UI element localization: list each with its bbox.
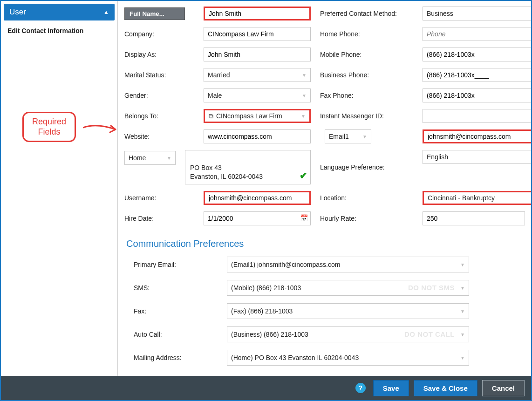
location-select[interactable]: Cincinnati - Bankruptcy▼ (423, 191, 531, 205)
preferred-contact-label: Preferred Contact Method: (320, 10, 413, 17)
callout-line1: Required (32, 117, 66, 126)
gender-value: Male (208, 92, 222, 99)
chevron-down-icon: ▼ (460, 285, 465, 291)
company-label: Company: (124, 30, 194, 38)
callout-line2: Fields (38, 127, 61, 136)
save-button[interactable]: Save (373, 380, 409, 396)
marital-label: Marital Status: (124, 71, 194, 79)
marital-select[interactable]: Married▼ (204, 68, 311, 82)
location-value: Cincinnati - Bankruptcy (428, 194, 495, 202)
address-type-select[interactable]: Home▼ (124, 151, 176, 165)
fax-select[interactable]: (Fax) (866) 218-1003▼ (227, 303, 469, 319)
gender-select[interactable]: Male▼ (204, 88, 311, 102)
primary-email-value: (Email1) johnsmith@cincompass.com (231, 261, 340, 268)
chevron-down-icon: ▼ (460, 262, 465, 267)
communication-preferences-title: Communication Preferences (126, 238, 525, 249)
sms-select[interactable]: (Mobile) (866) 218-1003DO NOT SMS▼ (227, 280, 469, 296)
callout-pointer-icon (83, 123, 120, 139)
username-input[interactable] (204, 191, 311, 205)
language-value: English (427, 153, 448, 161)
main-form: Full Name... Preferred Contact Method: B… (118, 1, 531, 376)
chevron-down-icon: ▼ (167, 156, 171, 161)
chevron-down-icon: ▼ (301, 114, 306, 119)
required-fields-callout: Required Fields (22, 112, 76, 142)
home-phone-label: Home Phone: (320, 30, 413, 38)
chevron-up-icon: ▲ (103, 9, 109, 15)
chevron-down-icon: ▼ (460, 355, 465, 360)
fax-phone-input[interactable] (423, 88, 531, 102)
home-phone-input[interactable] (423, 27, 531, 41)
sms-ghost-text: DO NOT SMS (408, 284, 455, 292)
website-input[interactable] (204, 129, 311, 143)
org-icon: ⧉ (209, 112, 213, 120)
sidebar-item-edit-contact[interactable]: Edit Contact Information (1, 22, 117, 39)
address-value: PO Box 43 Evanston, IL 60204-0043 (190, 164, 263, 181)
auto-call-value: (Business) (866) 218-1003 (231, 331, 308, 338)
mobile-phone-label: Mobile Phone: (320, 51, 413, 58)
auto-call-select[interactable]: (Business) (866) 218-1003DO NOT CALL▼ (227, 326, 469, 342)
company-input[interactable] (204, 27, 311, 41)
primary-email-select[interactable]: (Email1) johnsmith@cincompass.com▼ (227, 257, 469, 272)
chevron-down-icon: ▼ (302, 73, 307, 78)
cancel-button[interactable]: Cancel (482, 380, 525, 396)
mailing-address-label: Mailing Address: (134, 354, 227, 361)
email-input[interactable] (423, 129, 531, 143)
sms-label: SMS: (134, 284, 227, 292)
hourly-rate-label: Hourly Rate: (320, 215, 413, 222)
marital-value: Married (208, 71, 230, 79)
belongs-to-value: CINcompass Law Firm (216, 112, 282, 120)
sidebar-header-label: User (9, 7, 26, 17)
im-id-input[interactable] (423, 109, 531, 123)
website-label: Website: (124, 133, 194, 140)
belongs-to-label: Belongs To: (124, 112, 194, 120)
location-label: Location: (320, 194, 413, 202)
hire-date-label: Hire Date: (124, 215, 194, 222)
hourly-rate-input[interactable] (423, 211, 525, 225)
business-phone-label: Business Phone: (320, 71, 413, 79)
address-textarea[interactable]: PO Box 43 Evanston, IL 60204-0043 ✔ (185, 150, 311, 184)
fax-phone-label: Fax Phone: (320, 92, 413, 99)
primary-email-label: Primary Email: (134, 261, 227, 268)
display-as-input[interactable] (204, 48, 311, 61)
preferred-contact-value: Business (427, 10, 453, 17)
chevron-down-icon: ▼ (302, 93, 307, 98)
full-name-input[interactable] (204, 7, 311, 20)
mailing-address-select[interactable]: (Home) PO Box 43 Evanston IL 60204-0043▼ (227, 350, 469, 366)
address-type-value: Home (129, 154, 146, 162)
sidebar-header-user[interactable]: User ▲ (4, 4, 115, 20)
fax-label: Fax: (134, 307, 227, 315)
help-icon[interactable]: ? (355, 383, 366, 393)
full-name-button[interactable]: Full Name... (124, 7, 185, 20)
calendar-icon[interactable]: 📅 (300, 214, 308, 222)
username-label: Username: (124, 194, 194, 202)
display-as-label: Display As: (124, 51, 194, 58)
mobile-phone-input[interactable] (423, 48, 531, 61)
fax-value: (Fax) (866) 218-1003 (231, 307, 293, 315)
chevron-down-icon: ▼ (460, 309, 465, 314)
chevron-down-icon: ▼ (460, 332, 465, 337)
save-close-button[interactable]: Save & Close (414, 380, 477, 396)
email-type-value: Email1 (329, 133, 349, 140)
auto-call-label: Auto Call: (134, 331, 227, 338)
gender-label: Gender: (124, 92, 194, 99)
footer-bar: ? Save Save & Close Cancel (1, 376, 531, 400)
mailing-address-value: (Home) PO Box 43 Evanston IL 60204-0043 (231, 354, 359, 361)
business-phone-input[interactable] (423, 68, 531, 82)
preferred-contact-select[interactable]: Business▼ (423, 7, 531, 20)
sms-value: (Mobile) (866) 218-1003 (231, 284, 301, 292)
language-label: Language Preference: (320, 163, 413, 171)
belongs-to-select[interactable]: ⧉CINcompass Law Firm▼ (204, 109, 311, 123)
language-select[interactable]: English▼ (423, 150, 531, 164)
check-icon: ✔ (300, 169, 307, 182)
hire-date-input[interactable] (204, 211, 311, 225)
chevron-down-icon: ▼ (362, 134, 367, 139)
im-id-label: Instant Messenger ID: (320, 112, 413, 120)
auto-call-ghost-text: DO NOT CALL (404, 330, 455, 338)
sidebar: User ▲ Edit Contact Information Required… (1, 1, 118, 376)
email-type-select[interactable]: Email1▼ (325, 129, 371, 143)
